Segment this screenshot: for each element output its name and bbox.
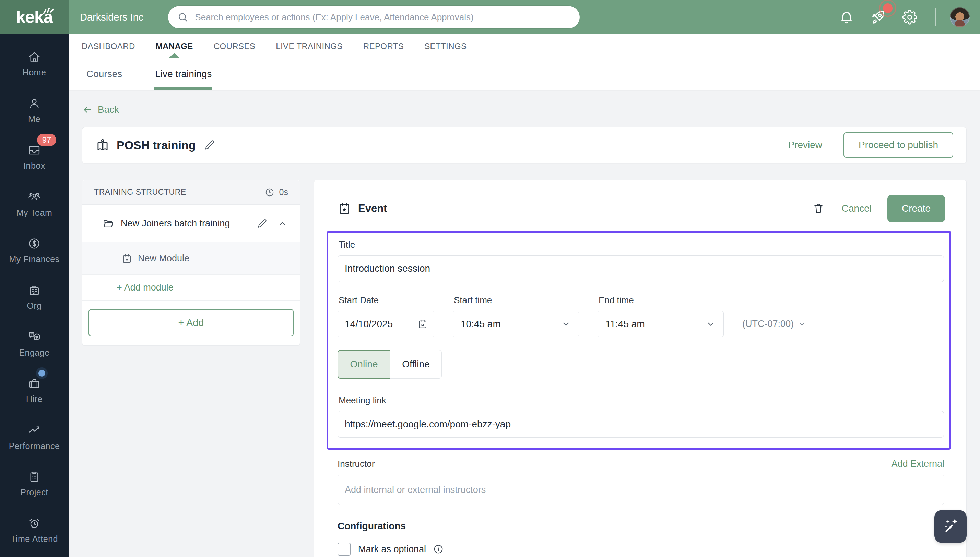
tab-settings[interactable]: SETTINGS xyxy=(424,34,467,58)
settings-button[interactable] xyxy=(902,10,917,25)
title-label: Title xyxy=(339,239,944,250)
sidebar-item-org[interactable]: Org xyxy=(0,274,68,320)
sidebar-item-me[interactable]: Me xyxy=(0,87,68,134)
chevron-down-icon xyxy=(706,319,716,329)
add-module-button[interactable]: + Add module xyxy=(82,275,300,301)
engage-chat-heart-icon xyxy=(28,330,41,344)
meeting-link-input[interactable] xyxy=(337,411,944,438)
structure-folder-row[interactable]: New Joiners batch training xyxy=(82,205,300,243)
instructor-input[interactable] xyxy=(337,475,944,505)
add-external-link[interactable]: Add External xyxy=(891,459,944,469)
sidebar-label: Inbox xyxy=(23,161,45,171)
sidebar-item-hire[interactable]: Hire xyxy=(0,367,68,414)
sidebar-label: Time Attend xyxy=(11,534,58,544)
tab-reports[interactable]: REPORTS xyxy=(363,34,404,58)
whats-new-button[interactable] xyxy=(870,9,886,25)
tab-courses[interactable]: COURSES xyxy=(214,34,256,58)
back-button[interactable]: Back xyxy=(82,104,119,115)
end-time-group: End time 11:45 am xyxy=(597,295,724,337)
folder-icon xyxy=(102,217,115,230)
proceed-to-publish-button[interactable]: Proceed to publish xyxy=(843,132,953,158)
mode-online-button[interactable]: Online xyxy=(337,350,390,379)
start-date-field xyxy=(337,311,434,337)
tab-dashboard[interactable]: DASHBOARD xyxy=(81,34,135,58)
start-time-value: 10:45 am xyxy=(461,319,501,330)
collapse-chevron-up-icon[interactable] xyxy=(277,218,287,229)
clipboard-icon xyxy=(28,470,41,483)
topbar-divider xyxy=(935,8,936,26)
cancel-button[interactable]: Cancel xyxy=(842,203,872,214)
start-time-select[interactable]: 10:45 am xyxy=(453,311,579,337)
datetime-row: Start Date Start time 10:45 am xyxy=(337,295,944,337)
user-avatar[interactable] xyxy=(950,7,970,27)
header-actions: Preview Proceed to publish xyxy=(788,132,953,158)
start-time-group: Start time 10:45 am xyxy=(453,295,579,337)
tab-manage[interactable]: MANAGE xyxy=(156,34,193,58)
person-icon xyxy=(28,97,41,110)
training-book-icon xyxy=(95,138,110,152)
sidebar-item-performance[interactable]: Performance xyxy=(0,414,68,460)
topbar: keka Darksiders Inc xyxy=(0,0,980,34)
briefcase-icon xyxy=(28,377,41,390)
sidebar-label: Home xyxy=(23,68,46,78)
gear-icon xyxy=(902,10,917,25)
training-title: POSH training xyxy=(117,138,195,152)
add-folder-button[interactable]: + Add xyxy=(88,309,294,337)
configurations-heading: Configurations xyxy=(337,521,944,532)
sidebar-item-inbox[interactable]: 97 Inbox xyxy=(0,134,68,181)
event-title-input[interactable] xyxy=(337,255,944,282)
team-icon xyxy=(28,190,41,204)
tab-live-trainings[interactable]: LIVE TRAININGS xyxy=(276,34,343,58)
end-time-value: 11:45 am xyxy=(606,319,645,330)
delete-event-trash-icon[interactable] xyxy=(812,202,825,215)
datepicker-calendar-icon[interactable] xyxy=(417,319,428,330)
edit-folder-pencil-icon[interactable] xyxy=(257,218,267,229)
search-icon xyxy=(177,11,189,23)
trend-up-icon xyxy=(28,423,41,437)
timezone-dropdown[interactable]: (UTC-07:00) xyxy=(742,319,806,329)
sidebar-label: Hire xyxy=(26,394,42,404)
sidebar-item-engage[interactable]: Engage xyxy=(0,320,68,367)
mark-optional-checkbox[interactable] xyxy=(337,542,350,555)
end-time-select[interactable]: 11:45 am xyxy=(597,311,724,337)
edit-title-pencil-icon[interactable] xyxy=(204,139,215,151)
module-row[interactable]: New Module xyxy=(82,243,300,275)
search-input[interactable] xyxy=(195,12,576,23)
sidebar-item-project[interactable]: Project xyxy=(0,460,68,507)
sidebar-item-time-attend[interactable]: Time Attend xyxy=(0,507,68,554)
preview-button[interactable]: Preview xyxy=(788,140,822,151)
subtab-live-trainings[interactable]: Live trainings xyxy=(155,58,212,90)
sidebar-label: Engage xyxy=(19,348,49,358)
alarm-clock-icon xyxy=(28,517,41,530)
sidebar-item-my-finances[interactable]: My Finances xyxy=(0,227,68,274)
topbar-actions xyxy=(831,7,980,27)
mark-optional-row: Mark as optional xyxy=(337,542,944,555)
sidebar: Home Me 97 Inbox My Team My Finances Org… xyxy=(0,34,68,557)
dollar-icon xyxy=(28,237,41,250)
training-header-card: POSH training Preview Proceed to publish xyxy=(82,127,967,163)
mode-offline-button[interactable]: Offline xyxy=(390,350,442,379)
add-button-wrap: + Add xyxy=(82,301,300,345)
subtab-courses[interactable]: Courses xyxy=(86,58,122,90)
arrow-left-icon xyxy=(82,104,93,115)
sidebar-item-my-team[interactable]: My Team xyxy=(0,181,68,227)
sidebar-label: Org xyxy=(27,301,42,311)
create-button[interactable]: Create xyxy=(887,195,945,222)
global-search[interactable] xyxy=(168,6,580,28)
sidebar-label: Project xyxy=(20,487,48,497)
page-content: Back POSH training Preview Proceed to pu… xyxy=(68,90,980,557)
end-time-label: End time xyxy=(599,295,724,306)
bell-icon xyxy=(839,10,854,25)
info-icon[interactable] xyxy=(433,544,444,555)
inbox-icon xyxy=(28,144,41,157)
keka-logo[interactable]: keka xyxy=(0,0,68,34)
sidebar-item-home[interactable]: Home xyxy=(0,41,68,87)
sidebar-label: Performance xyxy=(9,441,60,451)
building-icon xyxy=(28,283,41,297)
back-label: Back xyxy=(98,104,119,115)
sidebar-label: Me xyxy=(28,114,41,124)
notifications-button[interactable] xyxy=(839,10,854,25)
ai-assistant-button[interactable] xyxy=(934,510,967,543)
training-structure-panel: TRAINING STRUCTURE 0s New Joiners batch … xyxy=(82,180,300,346)
clock-icon xyxy=(264,187,275,197)
